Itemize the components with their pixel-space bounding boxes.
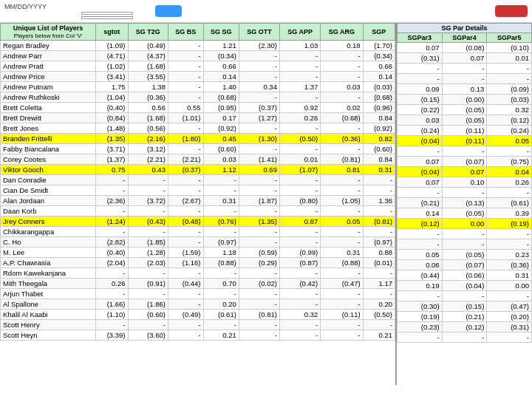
sgsg-cell: 1.12 [203, 165, 239, 175]
table-row: Scott Henry-------- [1, 320, 395, 330]
table-row: A.P. Chawrasia(2.04)(2.03)(1.16)(0.88)(0… [1, 258, 395, 268]
par3-cell: 0.07 [398, 43, 443, 53]
sgarg-cell: 0.03 [321, 82, 363, 92]
mm-label: MM/DD/YYYY [4, 3, 50, 10]
sgapp-cell: - [279, 123, 320, 134]
sgbs-cell: (2.21) [168, 154, 203, 165]
table-row: Andrew Ruthkoski(1.04)(0.36)-(0.68)---(0… [1, 92, 395, 103]
sg-par-details-header: SG Par Details [398, 24, 532, 33]
par4-cell: - [442, 64, 487, 74]
sgtot-cell: (0.84) [96, 113, 128, 123]
sgapp-cell: 0.26 [279, 113, 320, 123]
par5-cell: (0.31) [487, 322, 532, 332]
right-table-row: (0.22)(0.05)0.32 [398, 105, 532, 115]
sgott-cell: (1.41) [239, 154, 279, 165]
par3-cell: 0.19 [398, 281, 443, 291]
sgsg-cell: - [203, 289, 239, 299]
sgbs-cell: (0.49) [168, 310, 203, 320]
sgott-cell: - [239, 237, 279, 248]
sgbs-cell: - [168, 92, 203, 103]
player-name: Regan Bradley [1, 41, 96, 51]
sgbs-header: SG BS [168, 24, 203, 41]
sgapp-cell: 1.03 [279, 41, 320, 51]
player-name: Viktor Gooch [1, 165, 96, 175]
sgsg-cell: - [203, 206, 239, 216]
sgarg-header: SG ARG [321, 24, 363, 41]
par3-cell: 0.05 [398, 250, 443, 260]
par4-cell: (0.13) [442, 198, 487, 208]
par5-cell: - [487, 74, 532, 84]
player-name: Andrew Putnam [1, 82, 96, 92]
sgp-cell: (0.68) [363, 92, 395, 103]
par4-cell: - [442, 188, 487, 198]
player-name: Brett Drewitt [1, 113, 96, 123]
sgarg-cell: - [321, 51, 363, 61]
par3-cell: (0.19) [398, 312, 443, 322]
par5-cell: 0.01 [487, 53, 532, 64]
table-row: Rdom Kawekanjana-------- [1, 268, 395, 279]
par3-cell: 0.06 [398, 260, 443, 270]
par4-cell: 0.10 [442, 177, 487, 188]
par4-cell: (0.15) [442, 301, 487, 312]
sgott-cell: - [239, 299, 279, 310]
sgp-cell: 0.14 [363, 72, 395, 82]
player-name: Corey Cootes [1, 154, 96, 165]
right-table-row: (0.31)0.070.01 [398, 53, 532, 64]
sgt2g-cell: (2.03) [128, 258, 168, 268]
sgbs-cell: 0.55 [168, 103, 203, 113]
sgt2g-cell: (1.28) [128, 248, 168, 258]
sgsg-cell: 1.40 [203, 82, 239, 92]
player-name: Al Spallone [1, 299, 96, 310]
sgsg-cell: (0.60) [203, 144, 239, 154]
right-table-row: (0.15)(0.00)(0.03) [398, 95, 532, 105]
sgp-cell: - [363, 206, 395, 216]
right-table-row: (0.04)0.070.04 [398, 167, 532, 177]
sgp-cell: 0.84 [363, 113, 395, 123]
sgp-cell: 1.17 [363, 279, 395, 289]
sgt2g-cell: - [128, 175, 168, 185]
par3-cell: 0.07 [398, 177, 443, 188]
sgtot-cell: (2.04) [96, 258, 128, 268]
sgarg-cell: - [321, 61, 363, 72]
sgott-cell: - [239, 206, 279, 216]
sgtot-cell: - [96, 268, 128, 279]
right-table-row: 0.19(0.04)0.00 [398, 281, 532, 291]
par3-cell: - [398, 332, 443, 343]
sgsg-cell: - [203, 175, 239, 185]
sgp-cell: - [363, 289, 395, 299]
sgsg-cell: 0.66 [203, 61, 239, 72]
par3-cell: - [398, 188, 443, 198]
sgtot-cell: - [96, 320, 128, 330]
sgtot-cell: (3.71) [96, 144, 128, 154]
right-table-row: 0.03(0.05)(0.12) [398, 115, 532, 126]
update-sheet-button[interactable] [155, 5, 182, 17]
sgarg-cell: - [321, 92, 363, 103]
sgtot-cell: (1.10) [96, 310, 128, 320]
sgarg-cell: (0.81) [321, 154, 363, 165]
sgtot-cell: (1.37) [96, 154, 128, 165]
sgott-cell: (0.02) [239, 279, 279, 289]
sgbs-cell: - [168, 227, 203, 237]
sgbs-cell: - [168, 185, 203, 196]
sgt2g-cell: - [128, 320, 168, 330]
par5-cell: - [487, 291, 532, 301]
players-header: Unique List of PlayersPlayers below from… [1, 24, 96, 41]
sgsg-cell: (0.34) [203, 51, 239, 61]
sgott-cell: - [239, 72, 279, 82]
player-name: Fabby Biancalana [1, 144, 96, 154]
sgarg-cell: 0.81 [321, 165, 363, 175]
sgbs-cell: - [168, 123, 203, 134]
refresh-button[interactable] [495, 5, 528, 17]
rounds-value [81, 16, 133, 19]
table-row: Andrew Price(3.41)(3.55)-0.14---0.14 [1, 72, 395, 82]
sgp-cell: - [363, 320, 395, 330]
par5-cell: (0.47) [487, 301, 532, 312]
par5-cell: (0.10) [487, 43, 532, 53]
par5-cell: - [487, 188, 532, 198]
table-row: Viktor Gooch0.750.43(0.37)1.120.69(1.07)… [1, 165, 395, 175]
table-row: Al Spallone(1.66)(1.86)-0.20---0.20 [1, 299, 395, 310]
par3-cell: 0.09 [398, 84, 443, 95]
sgott-cell: - [239, 227, 279, 237]
sgp-cell: 0.31 [363, 165, 395, 175]
sgarg-cell: 0.31 [321, 248, 363, 258]
